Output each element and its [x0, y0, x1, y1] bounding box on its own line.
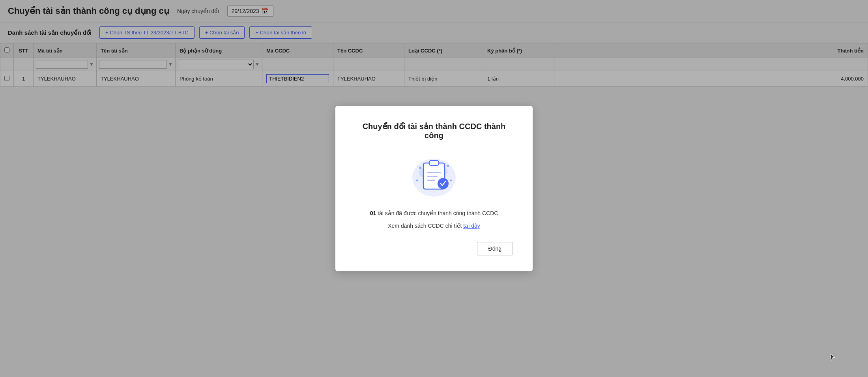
svg-rect-4 — [429, 161, 439, 165]
modal-body-line2: Xem danh sách CCDC chi tiết tại đây — [355, 221, 513, 231]
modal-footer: Đóng — [355, 242, 513, 255]
modal-title: Chuyển đổi tài sản thành CCDC thành công — [355, 122, 513, 140]
modal-count: 01 — [370, 210, 376, 216]
modal-illustration — [355, 152, 513, 199]
svg-rect-7 — [427, 180, 435, 181]
modal-overlay: Chuyển đổi tài sản thành CCDC thành công — [0, 0, 868, 377]
svg-point-8 — [438, 178, 449, 189]
modal-body-line1: 01 tài sản đã được chuyển thành công thà… — [355, 209, 513, 218]
close-modal-button[interactable]: Đóng — [477, 242, 513, 255]
svg-point-9 — [419, 167, 421, 169]
success-modal: Chuyển đổi tài sản thành CCDC thành công — [335, 106, 533, 271]
svg-rect-5 — [427, 172, 441, 173]
modal-body-suffix: tài sản đã được chuyển thành công thành … — [376, 210, 498, 216]
success-illustration-svg — [408, 152, 460, 199]
main-content: Chuyển tài sản thành công cụ dụng cụ Ngà… — [0, 0, 868, 377]
svg-point-12 — [416, 180, 418, 182]
svg-point-11 — [450, 180, 452, 182]
svg-point-10 — [447, 165, 449, 167]
svg-rect-6 — [427, 176, 438, 177]
modal-link[interactable]: tại đây — [463, 223, 480, 229]
